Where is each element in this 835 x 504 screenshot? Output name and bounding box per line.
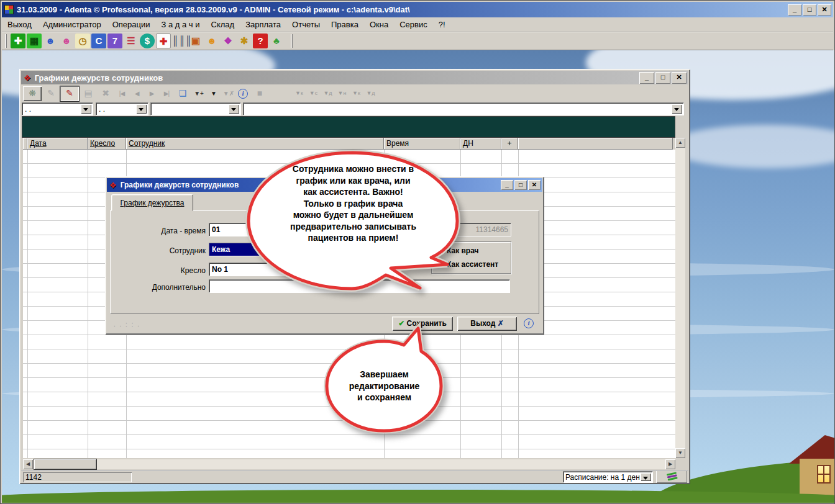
column-header-plus[interactable]: + [501,138,518,150]
app-titlebar: 31.03.2009 - Adenta © Professional, верс… [2,2,833,17]
datetime-hint: . . : : . [114,321,140,328]
delete-icon[interactable]: ✖ [98,86,114,101]
minimize-button[interactable]: _ [501,180,513,190]
chair-value: No 1 [212,265,228,274]
grid-statusbar: 1142 Расписание: на 1 ден [21,470,688,482]
stripes-icon [667,472,677,475]
minimize-button[interactable]: _ [639,72,654,84]
dropdown-arrow-icon[interactable] [229,104,239,114]
toolbar-grip[interactable] [5,34,7,48]
scroll-right-icon[interactable]: ▶ [665,459,675,469]
grid-toolbar: ❋✎✎▤✖|◀◀▶▶|❏▼+▼▼✗i■▼к▼с▼д▼н▼к▼д [21,84,688,102]
maximize-button[interactable]: □ [514,180,527,190]
menu-item[interactable]: ?! [433,18,451,31]
stop-icon[interactable]: ■ [252,86,268,101]
schedule-mode-combo[interactable]: Расписание: на 1 ден [563,471,653,483]
filter-date-to[interactable]: . . [96,102,148,115]
scroll-down-icon[interactable]: ▼ [675,448,685,458]
grid-group-band [22,116,675,138]
filter-clear-icon[interactable]: ▼✗ [222,86,235,101]
info-icon[interactable]: i [238,89,248,99]
organization-icon[interactable]: ▣ [188,34,203,48]
close-button[interactable]: ✕ [818,4,831,16]
filter-combo-4[interactable] [243,102,684,115]
menu-item[interactable]: Правка [326,18,364,31]
day-plan-clock-icon[interactable]: ◷ [75,34,90,48]
column-header-chair[interactable]: Кресло [88,138,126,150]
payments-icon[interactable]: $ [140,34,155,48]
medcard-icon[interactable]: ✚ [156,34,171,48]
refresh-icon[interactable]: ❋ [23,86,42,101]
next-record-icon[interactable]: ▶ [145,86,158,101]
menu-item[interactable]: Операции [107,18,156,31]
last-record-icon[interactable]: ▶| [160,86,173,101]
exit-button[interactable]: Выход ✗ [457,317,517,331]
settings-gear-icon[interactable]: ✱ [237,34,252,48]
tutorial-bubble-save-text: Завершаем редактирование и сохраняем [333,369,436,403]
cash-stripes-icon[interactable]: ☰ [124,34,139,48]
filter-date-from[interactable]: . . [22,102,93,115]
view-disabled-icon[interactable]: ✎ [43,86,59,101]
dropdown-arrow-icon[interactable] [672,104,682,114]
record-count: 1142 [23,472,132,482]
filter-k2-icon[interactable]: ▼к [350,86,363,101]
menu-item[interactable]: Администратор [37,18,107,31]
dropdown-arrow-icon[interactable] [81,104,91,114]
toolbar-grip[interactable] [291,34,293,48]
tab-duty-schedule[interactable]: График дежурства [111,194,193,211]
dropdown-arrow-icon[interactable] [136,104,147,114]
scrollbar-thumb[interactable] [34,459,96,469]
dialog-icon: ❖ [109,181,117,190]
open-folder-icon[interactable]: ❏ [175,86,191,101]
materials-icon[interactable]: ❖ [221,34,235,48]
patients-icon[interactable]: ☻ [43,34,58,48]
first-record-icon[interactable]: |◀ [115,86,129,101]
info-icon[interactable]: i [524,318,534,328]
scroll-up-icon[interactable]: ▲ [675,138,685,148]
menu-item[interactable]: Зарплата [240,18,286,31]
tutorial-bubble-main-text: Сотрудника можно внести в график или как… [258,163,448,244]
chair-label: Кресло [119,266,206,275]
menu-item[interactable]: Сервис [394,18,433,31]
maximize-button[interactable]: □ [803,4,816,16]
menu-item[interactable]: З а д а ч и [156,18,206,31]
schedule-grid-icon[interactable]: ▦ [27,34,42,48]
filter-combo-3[interactable] [150,102,241,115]
filter-add-icon[interactable]: ▼+ [192,86,206,101]
window-7-icon[interactable]: 7 [107,34,122,48]
window-c-icon[interactable]: C [91,34,106,48]
maximize-button[interactable]: □ [655,72,670,84]
staff-icon[interactable]: ☻ [204,34,219,48]
barcode-icon[interactable]: ║║║ [172,34,187,48]
minimize-button[interactable]: _ [788,4,801,16]
filter-n-icon[interactable]: ▼н [335,86,349,101]
close-button[interactable]: ✕ [672,72,687,84]
filter-d2-icon[interactable]: ▼д [364,86,377,101]
prev-record-icon[interactable]: ◀ [130,86,144,101]
house-window [817,465,831,484]
menu-item[interactable]: Выход [2,18,37,31]
close-button[interactable]: ✕ [528,180,541,190]
filter-icon[interactable]: ▼ [207,86,221,101]
service-clover-icon[interactable]: ♣ [269,34,284,48]
dropdown-arrow-icon[interactable] [641,473,651,481]
menu-item[interactable]: Окна [364,18,394,31]
column-header-date[interactable]: Дата [27,138,88,150]
vertical-scrollbar[interactable]: ▲ ▼ [675,138,685,458]
worklist-icon[interactable]: ✚ [11,34,25,48]
scroll-left-icon[interactable]: ◀ [23,459,33,469]
horizontal-scrollbar[interactable]: ◀ ▶ [23,459,675,469]
filter-k-icon[interactable]: ▼к [293,86,306,101]
menu-item[interactable]: Отчеты [286,18,326,31]
menu-item[interactable]: Склад [206,18,240,31]
row-selector-header [23,138,27,150]
extra-label: Дополнительно [119,283,206,292]
children-icon[interactable]: ☻ [59,34,74,48]
column-header-dn[interactable]: ДН [460,138,501,150]
help-book-icon[interactable]: ? [253,34,268,48]
copy-icon[interactable]: ▤ [80,86,96,101]
schedule-settings-button[interactable] [656,470,687,483]
edit-mode-icon[interactable]: ✎ [60,86,79,101]
filter-c-icon[interactable]: ▼с [307,86,320,101]
filter-d-icon[interactable]: ▼д [321,86,334,101]
